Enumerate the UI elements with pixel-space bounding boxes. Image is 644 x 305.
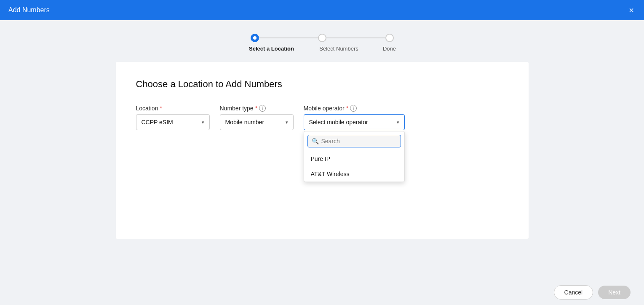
- step-1-label: Select a Location: [238, 45, 305, 52]
- number-type-chevron-icon: ▾: [286, 120, 288, 125]
- bottom-bar: Cancel Next: [0, 280, 644, 305]
- location-value: CCPP eSIM: [142, 119, 173, 126]
- mobile-operator-group: Mobile operator * i Select mobile operat…: [304, 105, 405, 130]
- location-label: Location *: [136, 105, 210, 112]
- step-line-2: [326, 37, 385, 38]
- step-2-circle: [318, 34, 326, 42]
- mobile-operator-menu: 🔍 Pure IP AT&T Wireless: [304, 131, 405, 182]
- mobile-operator-chevron-icon: ▾: [397, 120, 399, 125]
- dropdown-search-input[interactable]: [307, 135, 401, 147]
- location-required: *: [160, 105, 162, 112]
- dropdown-search-wrap: 🔍: [304, 131, 404, 151]
- location-group: Location * CCPP eSIM ▾: [136, 105, 210, 130]
- dropdown-option-att[interactable]: AT&T Wireless: [304, 166, 404, 182]
- number-type-dropdown[interactable]: Mobile number ▾: [220, 114, 294, 130]
- dropdown-option-pure-ip[interactable]: Pure IP: [304, 151, 404, 166]
- form-row: Location * CCPP eSIM ▾ Number type * i M…: [136, 105, 508, 130]
- step-2-label: Select Numbers: [305, 45, 373, 52]
- main-card: Choose a Location to Add Numbers Locatio…: [116, 62, 529, 239]
- mobile-operator-info-icon[interactable]: i: [350, 105, 357, 112]
- number-type-label: Number type * i: [220, 105, 294, 112]
- stepper: Select a Location Select Numbers Done: [0, 20, 644, 62]
- number-type-info-icon[interactable]: i: [259, 105, 266, 112]
- dialog-title: Add Numbers: [8, 6, 50, 14]
- close-button[interactable]: ×: [627, 4, 636, 16]
- stepper-track: [251, 34, 394, 42]
- step-3-circle: [385, 34, 394, 42]
- mobile-operator-label: Mobile operator * i: [304, 105, 405, 112]
- mobile-operator-placeholder: Select mobile operator: [309, 119, 368, 126]
- number-type-group: Number type * i Mobile number ▾: [220, 105, 294, 130]
- mobile-operator-dropdown[interactable]: Select mobile operator ▾: [304, 114, 405, 130]
- step-line-1: [259, 37, 318, 38]
- next-button[interactable]: Next: [598, 286, 631, 299]
- location-chevron-icon: ▾: [202, 120, 204, 125]
- step-1-circle: [251, 34, 259, 42]
- number-type-value: Mobile number: [225, 119, 265, 126]
- card-title: Choose a Location to Add Numbers: [136, 79, 508, 90]
- cancel-button[interactable]: Cancel: [554, 285, 593, 300]
- step-3-label: Done: [373, 45, 406, 52]
- location-dropdown[interactable]: CCPP eSIM ▾: [136, 114, 210, 130]
- stepper-labels: Select a Location Select Numbers Done: [238, 45, 406, 52]
- top-bar: Add Numbers ×: [0, 0, 644, 20]
- number-type-required: *: [255, 105, 257, 112]
- dropdown-options-list: Pure IP AT&T Wireless: [304, 151, 404, 182]
- mobile-operator-required: *: [346, 105, 348, 112]
